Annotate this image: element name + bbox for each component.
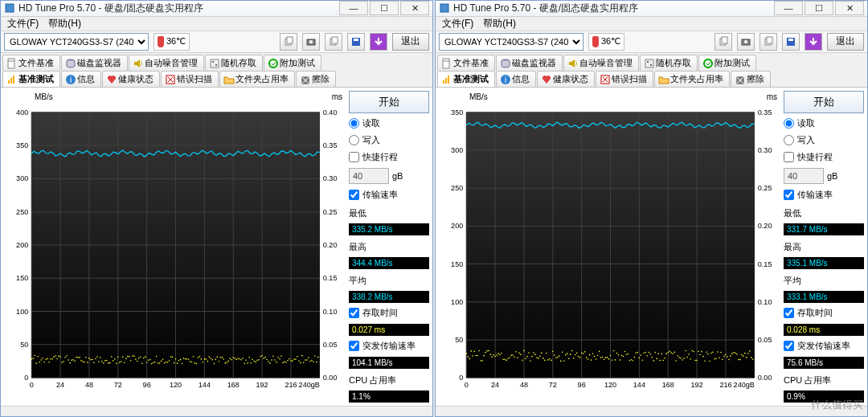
tab2-2[interactable]: 健康状态 [537, 71, 595, 87]
copy-button[interactable] [714, 33, 732, 51]
menu-help[interactable]: 帮助(H) [48, 17, 81, 31]
tab-1[interactable]: 磁盘监视器 [61, 55, 128, 71]
down-button[interactable] [805, 33, 822, 51]
tab-3[interactable]: 随机存取 [640, 55, 698, 71]
tab-3[interactable]: 随机存取 [205, 55, 263, 71]
svg-point-390 [576, 352, 578, 354]
svg-point-328 [477, 355, 478, 357]
chk-short-stroke[interactable] [349, 152, 359, 162]
save-button[interactable] [782, 33, 800, 51]
svg-point-388 [573, 358, 575, 359]
start-button[interactable]: 开始 [784, 91, 864, 113]
svg-point-144 [146, 362, 148, 363]
svg-point-446 [665, 353, 667, 354]
bench-icon [441, 74, 451, 84]
svg-point-118 [104, 360, 106, 362]
screenshot-button[interactable] [302, 33, 320, 51]
tab2-1[interactable]: i信息 [496, 71, 536, 87]
svg-point-395 [584, 351, 586, 353]
minimize-button[interactable]: — [774, 1, 803, 15]
svg-point-104 [82, 361, 84, 362]
svg-point-385 [568, 358, 570, 359]
svg-point-115 [100, 357, 101, 358]
svg-point-449 [670, 352, 672, 354]
tab2-2[interactable]: 健康状态 [102, 71, 160, 87]
tab-4[interactable]: 附加测试 [698, 55, 756, 71]
close-button[interactable]: ✕ [400, 1, 429, 15]
avg-value: 333.1 MB/s [784, 291, 864, 303]
tab2-5[interactable]: 擦除 [296, 71, 336, 87]
svg-point-326 [473, 350, 475, 352]
svg-point-212 [255, 362, 256, 363]
svg-point-360 [528, 352, 530, 354]
radio-write[interactable] [784, 135, 794, 145]
svg-point-470 [704, 360, 706, 362]
tab-0[interactable]: 文件基准 [2, 55, 60, 71]
maximize-button[interactable]: ☐ [805, 1, 833, 15]
svg-point-451 [674, 351, 675, 353]
svg-text:72: 72 [549, 381, 557, 389]
menubar: 文件(F) 帮助(H) [1, 17, 432, 31]
drive-select[interactable]: GLOWAY YCT240GS3-S7 (240 gB) [439, 33, 583, 51]
chk-transfer-rate[interactable] [349, 190, 359, 200]
exit-button[interactable]: 退出 [392, 33, 429, 51]
svg-point-363 [533, 352, 534, 354]
menu-file[interactable]: 文件(F) [442, 17, 473, 31]
chk-transfer-rate[interactable] [784, 190, 794, 200]
maximize-button[interactable]: ☐ [370, 1, 399, 15]
svg-point-211 [253, 360, 255, 362]
chk-access-time[interactable] [349, 308, 359, 318]
tab-1[interactable]: 磁盘监视器 [496, 55, 563, 71]
svg-text:168: 168 [662, 381, 674, 389]
start-button[interactable]: 开始 [349, 91, 429, 113]
tab-2[interactable]: 自动噪音管理 [129, 55, 204, 71]
svg-point-239 [298, 360, 300, 362]
svg-rect-8 [354, 39, 358, 41]
svg-point-371 [546, 352, 547, 354]
svg-point-213 [256, 359, 258, 361]
svg-text:216: 216 [285, 381, 297, 389]
svg-point-500 [752, 358, 754, 360]
close-button[interactable]: ✕ [835, 1, 864, 15]
tab2-3[interactable]: 错误扫描 [596, 71, 653, 87]
screenshot-button[interactable] [737, 33, 755, 51]
chk-burst-rate[interactable] [784, 341, 794, 351]
tab2-4[interactable]: 文件夹占用率 [219, 71, 295, 87]
svg-text:48: 48 [85, 381, 93, 389]
radio-write[interactable] [349, 135, 359, 145]
chk-access-time[interactable] [784, 308, 794, 318]
tab2-1[interactable]: i信息 [61, 71, 101, 87]
radio-read[interactable] [349, 118, 359, 129]
menu-help[interactable]: 帮助(H) [483, 17, 516, 31]
avg-label: 平均 [349, 275, 429, 287]
tab2-0[interactable]: 基准测试 [437, 71, 495, 87]
svg-point-249 [314, 355, 316, 357]
sound-icon [567, 58, 577, 67]
svg-point-476 [714, 358, 715, 360]
tab2-0[interactable]: 基准测试 [2, 71, 60, 87]
tab2-4[interactable]: 文件夹占用率 [654, 71, 730, 87]
chk-burst-rate[interactable] [349, 341, 359, 351]
svg-point-176 [198, 357, 199, 358]
exit-button[interactable]: 退出 [827, 33, 864, 51]
tab-0[interactable]: 文件基准 [437, 55, 495, 71]
copy-button[interactable] [280, 33, 297, 51]
chk-short-stroke[interactable] [784, 152, 794, 162]
drive-select[interactable]: GLOWAY YCT240GS3-S7 (240 gB) [4, 33, 149, 51]
tab-4[interactable]: 附加测试 [264, 55, 321, 71]
folder-icon [223, 74, 233, 84]
radio-read[interactable] [784, 118, 794, 129]
save-button[interactable] [347, 33, 365, 51]
menu-file[interactable]: 文件(F) [7, 17, 39, 31]
svg-point-382 [563, 360, 565, 362]
minimize-button[interactable]: — [339, 1, 368, 15]
svg-point-458 [685, 350, 686, 351]
svg-text:0.00: 0.00 [758, 374, 772, 382]
tab-2[interactable]: 自动噪音管理 [563, 55, 639, 71]
svg-point-197 [231, 359, 232, 361]
down-button[interactable] [370, 33, 387, 51]
copy2-button[interactable] [760, 33, 777, 51]
tab2-5[interactable]: 擦除 [731, 71, 771, 87]
copy2-button[interactable] [325, 33, 342, 51]
tab2-3[interactable]: 错误扫描 [161, 71, 219, 87]
